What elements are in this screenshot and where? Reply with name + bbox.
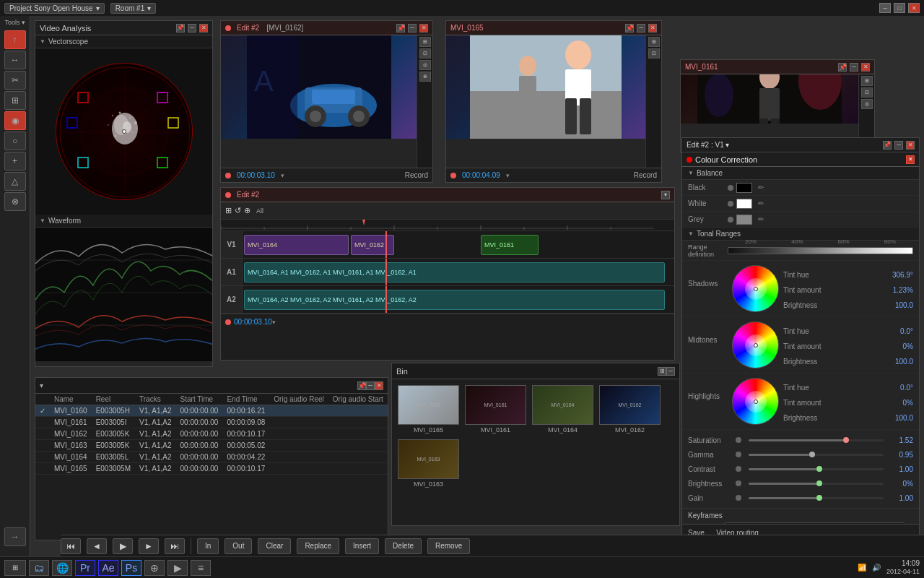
tool-move[interactable]: ↔ [4,51,26,69]
cc-white-dot[interactable] [728,201,733,207]
clip-a2-full[interactable]: MVI_0164, A2 MVI_0162, A2 MVI_0161, A2 M… [244,290,665,310]
edit-panel-2-minimize[interactable]: ─ [637,24,645,33]
table-row[interactable]: MVI_0161 E003005I V1, A1,A2 00:00:00.00 … [35,417,388,428]
edit-panel-1-minimize[interactable]: ─ [408,24,417,33]
list-item[interactable]: MVI_0161 MVI_0161 [465,385,526,434]
list-item[interactable]: MVI_0164 MVI_0164 [532,385,593,434]
brightness-dot[interactable] [736,480,741,486]
cc-black-swatch[interactable] [736,183,752,193]
taskbar-app-misc2[interactable]: ▶ [167,560,188,576]
edit-panel-1-btn3[interactable]: ◎ [419,60,431,70]
contrast-handle[interactable] [816,466,822,472]
table-row[interactable]: MVI_0163 E003005K V1, A1,A2 00:00:00.00 … [35,440,388,452]
clips-pin[interactable]: 📌 [357,381,366,390]
col-start[interactable]: Start Time [176,394,223,405]
clips-panel-options[interactable]: ▾ [40,381,43,389]
table-row[interactable]: ✓ MVI_0160 E003005H V1, A1,A2 00:00:00.0… [35,405,388,417]
saturation-track[interactable] [749,439,884,441]
brightness-track[interactable] [749,483,884,485]
transport-last[interactable]: ⏭ [165,538,185,554]
transport-next[interactable]: ► [139,538,159,554]
room-selector[interactable]: Room #1 ▾ [110,3,157,14]
video-analysis-close[interactable]: ✕ [199,24,208,33]
edit-panel-3-close[interactable]: ✕ [861,63,870,72]
clip-v1-0161[interactable]: MVI_0161 [481,235,539,255]
tool-cut[interactable]: ✂ [4,71,26,90]
maximize-button[interactable]: □ [894,3,905,13]
cc-black-pencil[interactable]: ✏ [758,184,764,191]
brightness-handle[interactable] [816,480,822,486]
cc-grey-pencil[interactable]: ✏ [758,215,764,223]
gain-dot[interactable] [736,495,741,501]
midtones-color-wheel[interactable] [732,322,779,368]
cc-outer-close[interactable]: ✕ [906,141,915,150]
edit-panel-3-minimize[interactable]: ─ [850,63,858,72]
tool-snap[interactable]: ◉ [4,111,26,130]
cc-grey-swatch[interactable] [736,215,752,225]
minimize-button[interactable]: ─ [879,3,891,13]
col-orig-start[interactable]: Orig audio Start [328,394,388,405]
col-end[interactable]: End Time [222,394,269,405]
timeline-timecode-dropdown[interactable]: ▾ [272,319,276,326]
cc-white-swatch[interactable] [736,199,752,209]
transport-prev[interactable]: ◄ [87,538,107,554]
clips-close[interactable]: ✕ [375,381,383,390]
taskbar-app-premiere[interactable]: Pr [75,560,95,576]
list-item[interactable]: MVI_0162 MVI_0162 [599,385,661,434]
transport-delete[interactable]: Delete [385,538,422,554]
clips-minimize[interactable]: ─ [366,381,375,390]
edit-panel-3-pin[interactable]: 📌 [838,63,847,72]
timecode-dropdown[interactable]: ▾ [281,172,284,179]
edit-panel-3-btn3[interactable]: ◎ [861,99,873,109]
taskbar-app-explorer[interactable]: 🗂 [29,560,49,576]
keyframes-bar[interactable] [724,522,905,524]
edit-panel-1-btn2[interactable]: ⊡ [419,48,431,59]
clip-v1-0164[interactable]: MVI_0164 [244,235,349,255]
gain-track[interactable] [749,497,884,499]
list-item[interactable]: MVI_0165 MVI_0165 [398,385,459,434]
taskbar-app-ae[interactable]: Ae [98,560,118,576]
edit-panel-1-pin[interactable]: 📌 [396,24,405,33]
taskbar-app-ps[interactable]: Ps [121,560,141,576]
tool-x[interactable]: ⊗ [4,192,26,211]
timecode-dropdown-2[interactable]: ▾ [506,172,510,179]
gain-handle[interactable] [816,495,822,501]
saturation-dot[interactable] [736,437,741,443]
timeline-ctrl-2[interactable]: ↺ [235,206,241,215]
transport-play[interactable]: ▶ [113,538,133,554]
cc-outer-minimize[interactable]: ─ [894,141,903,150]
table-row[interactable]: MVI_0165 E003005M V1, A1,A2 00:00:00.00 … [35,463,388,475]
taskbar-app-browser[interactable]: 🌐 [52,560,72,576]
gamma-track[interactable] [749,454,884,456]
bin-minimize[interactable]: ─ [666,367,675,376]
transport-remove[interactable]: Remove [427,538,470,554]
tool-add[interactable]: + [4,152,26,171]
video-analysis-pin[interactable]: 📌 [176,24,185,33]
project-selector[interactable]: Project Sony Open House ▾ [4,3,105,14]
tool-grid[interactable]: ⊞ [4,91,26,110]
col-reel[interactable]: Reel [92,394,135,405]
clip-v1-0162[interactable]: MVI_0162 [351,235,394,255]
start-button[interactable]: ⊞ [4,560,26,576]
transport-replace[interactable]: Replace [297,538,339,554]
bin-options[interactable]: ⊞ [658,367,666,376]
range-def-gradient-bar[interactable] [728,247,913,254]
transport-in[interactable]: In [197,538,219,554]
col-name[interactable]: Name [50,394,92,405]
tool-arrow[interactable]: → [4,527,26,546]
timeline-ctrl-1[interactable]: ⊞ [225,206,232,215]
taskbar-app-misc1[interactable]: ⊕ [144,560,165,576]
contrast-dot[interactable] [736,466,741,472]
edit-panel-1-btn4[interactable]: ⊕ [419,72,431,82]
contrast-track[interactable] [749,468,884,470]
table-row[interactable]: MVI_0162 E003005K V1, A1,A2 00:00:00.00 … [35,428,388,440]
taskbar-app-misc3[interactable]: ≡ [191,560,211,576]
transport-clear[interactable]: Clear [258,538,291,554]
gamma-dot[interactable] [736,452,741,457]
edit-panel-1-close[interactable]: ✕ [419,24,428,33]
cc-grey-dot[interactable] [728,217,733,223]
cc-white-pencil[interactable]: ✏ [758,199,764,207]
col-tracks[interactable]: Tracks [135,394,176,405]
tool-select[interactable]: ↑ [4,30,26,49]
edit-panel-2-btn1[interactable]: ⊞ [648,37,660,47]
